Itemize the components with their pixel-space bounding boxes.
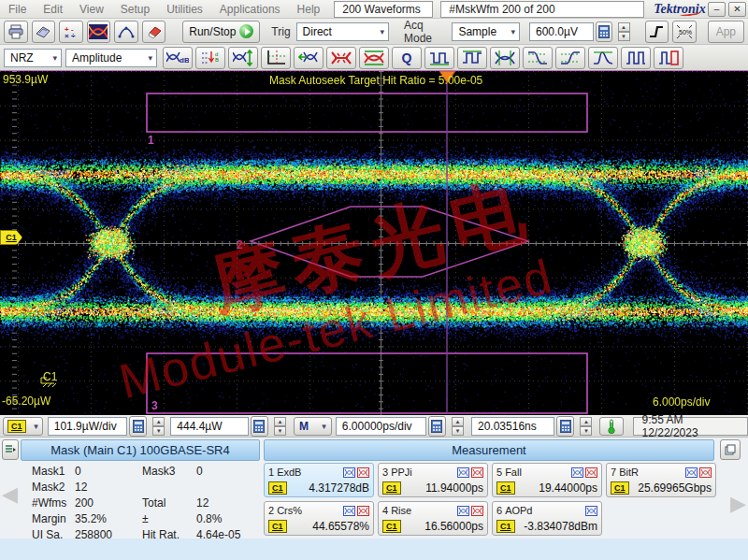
waveform-database-button[interactable] <box>114 21 138 43</box>
waveform-display[interactable]: 摩泰光电 Module-tek Limited 1 2 3 953.9µW Ma… <box>0 71 748 415</box>
signal-type-select[interactable]: NRZ ▾ <box>4 49 62 67</box>
meas-eye-red-icon[interactable] <box>471 506 483 516</box>
vertical-offset-spinner[interactable]: ▲ ▼ <box>274 417 286 436</box>
measurement-tile-crs[interactable]: 2 Crs% C1 44.65578% <box>264 501 374 536</box>
temperature-status-button[interactable] <box>599 417 623 436</box>
dark-level-calibration-button[interactable]: dB <box>195 47 225 69</box>
mask-stat-row: UI Sa. 258800 Hit Rat. 4.64e-05 <box>21 526 260 542</box>
meas-eye-blue-icon[interactable] <box>457 506 469 516</box>
spin-down-icon[interactable]: ▼ <box>580 426 592 436</box>
clear-data-button[interactable] <box>142 21 166 43</box>
extinction-ratio-button[interactable]: dB <box>163 47 193 69</box>
measurement-tile-bitr[interactable]: 7 BitR C1 25.69965Gbps <box>606 463 716 497</box>
print-button[interactable] <box>4 21 28 43</box>
horizontal-delay-spinner[interactable]: ▲ ▼ <box>580 417 592 436</box>
vertical-scale-field[interactable]: 101.9µW/div <box>48 417 127 436</box>
spin-up-icon[interactable]: ▲ <box>618 22 630 32</box>
menu-utilities[interactable]: Utilities <box>158 3 211 16</box>
vertical-scale-keypad-button[interactable] <box>129 416 147 437</box>
meas-eye-blue-icon[interactable] <box>457 467 469 478</box>
horizontal-delay-field[interactable]: 20.03516ns <box>471 417 554 436</box>
vertical-offset-keypad-button[interactable] <box>251 416 268 437</box>
meas-eye-red-icon[interactable] <box>585 467 597 478</box>
spin-up-icon[interactable]: ▲ <box>152 417 165 426</box>
spin-down-icon[interactable]: ▼ <box>152 426 165 436</box>
run-stop-button[interactable]: Run/Stop <box>182 21 260 43</box>
meas-rise-time-button[interactable] <box>555 47 585 69</box>
close-button[interactable]: ✕ <box>728 2 746 17</box>
set-50-percent-button[interactable]: 50% <box>672 21 697 43</box>
measurement-panel-detach-button[interactable] <box>720 439 741 460</box>
meas-pulse-train-button[interactable] <box>621 47 651 69</box>
q-factor-button[interactable]: Q <box>392 47 422 69</box>
minimize-button[interactable]: – <box>708 2 726 17</box>
horizontal-scale-field[interactable]: 6.00000ps/div <box>336 417 426 436</box>
spin-down-icon[interactable]: ▼ <box>274 426 286 436</box>
meas-eye-blue-icon[interactable] <box>585 506 597 516</box>
expand-panel-arrow[interactable]: ▶ <box>730 492 746 516</box>
stat-label: Mask1 <box>21 465 75 478</box>
horizontal-scale-spinner[interactable]: ▲ ▼ <box>452 417 464 436</box>
spin-up-icon[interactable]: ▲ <box>274 417 286 426</box>
trigger-level-spinner[interactable]: ▲ ▼ <box>618 22 630 41</box>
spin-up-icon[interactable]: ▲ <box>580 417 592 426</box>
menu-view[interactable]: View <box>71 3 112 16</box>
spin-down-icon[interactable]: ▼ <box>618 32 630 41</box>
meas-eye-red-icon[interactable] <box>357 506 369 516</box>
menu-edit[interactable]: Edit <box>35 3 71 16</box>
meas-eye-red-icon[interactable] <box>357 467 369 478</box>
meas-eye-blue-icon[interactable] <box>571 467 583 478</box>
collapse-panel-arrow[interactable]: ◀ <box>2 482 18 507</box>
spin-down-icon[interactable]: ▼ <box>452 426 464 436</box>
meas-eye-red-icon[interactable] <box>699 467 712 478</box>
save-button[interactable] <box>32 21 56 43</box>
measurement-tile-aopd[interactable]: 6 AOPd C1 -3.834078dBm <box>492 501 602 536</box>
vertical-eye-autoset-button[interactable] <box>228 47 258 69</box>
overshoot-icon <box>593 50 613 66</box>
math-button[interactable]: + - × ÷ <box>59 21 83 43</box>
trigger-level-field[interactable]: 600.0µV <box>529 22 594 41</box>
channel-select[interactable]: C1 ▾ <box>3 417 43 436</box>
horizontal-delay-keypad-button[interactable] <box>556 416 574 437</box>
bit-pattern-icon <box>658 50 679 66</box>
meas-eye-blue-icon[interactable] <box>685 467 698 478</box>
menu-help[interactable]: Help <box>289 3 329 16</box>
meas-negative-pulse-button[interactable] <box>424 47 454 69</box>
meas-eye-blue-icon[interactable] <box>343 506 355 516</box>
spin-up-icon[interactable]: ▲ <box>452 417 464 426</box>
menu-setup[interactable]: Setup <box>112 3 158 16</box>
menu-applications[interactable]: Applications <box>211 3 289 16</box>
meas-eye-width-button[interactable] <box>490 47 520 69</box>
measurement-tile-exdb[interactable]: 1 ExdB C1 4.317278dB <box>264 463 374 497</box>
measurement-tile-rise[interactable]: 4 Rise C1 16.56000ps <box>378 501 488 536</box>
menu-file[interactable]: File <box>0 3 35 16</box>
trigger-level-keypad-button[interactable] <box>596 22 611 42</box>
measurement-tiles: 1 ExdB C1 4.317278dB 3 PP <box>264 463 720 536</box>
stat-value: 4.64e-05 <box>196 528 240 541</box>
vertical-scale-spinner[interactable]: ▲ ▼ <box>152 417 165 436</box>
meas-fall-time-button[interactable] <box>523 47 553 69</box>
measurement-panel-header[interactable]: Measurement <box>264 439 714 461</box>
meas-positive-pulse-button[interactable] <box>457 47 487 69</box>
measurement-tile-ppji[interactable]: 3 PPJi C1 11.94000ps <box>378 463 488 497</box>
trigger-slope-button[interactable] <box>645 21 669 43</box>
meas-category-select[interactable]: Amplitude ▾ <box>65 49 157 67</box>
mask-hits-button[interactable] <box>326 47 356 69</box>
measurement-tile-fall[interactable]: 5 Fall C1 19.44000ps <box>492 463 602 497</box>
horizontal-scale-keypad-button[interactable] <box>428 416 446 437</box>
acq-mode-select[interactable]: Sample ▾ <box>452 22 520 41</box>
horizontal-eye-autoset-button[interactable] <box>294 47 324 69</box>
vertical-offset-field[interactable]: 444.4µW <box>170 417 248 436</box>
timebase-select[interactable]: M ▾ <box>294 417 332 436</box>
meas-bit-pattern-button[interactable] <box>654 47 683 69</box>
trigger-source-select[interactable]: Direct ▾ <box>296 22 389 41</box>
meas-overshoot-button[interactable] <box>588 47 618 69</box>
cursor-axes-button[interactable] <box>261 47 291 69</box>
meas-eye-blue-icon[interactable] <box>343 467 355 478</box>
mask-margin-button[interactable] <box>359 47 389 69</box>
panel-menu-button[interactable] <box>2 439 19 460</box>
mask-panel-header[interactable]: Mask (Main C1) 100GBASE-SR4 <box>21 439 260 461</box>
meas-eye-red-icon[interactable] <box>471 467 483 478</box>
mask-test-button[interactable] <box>87 21 111 43</box>
app-button[interactable]: App <box>708 21 744 43</box>
